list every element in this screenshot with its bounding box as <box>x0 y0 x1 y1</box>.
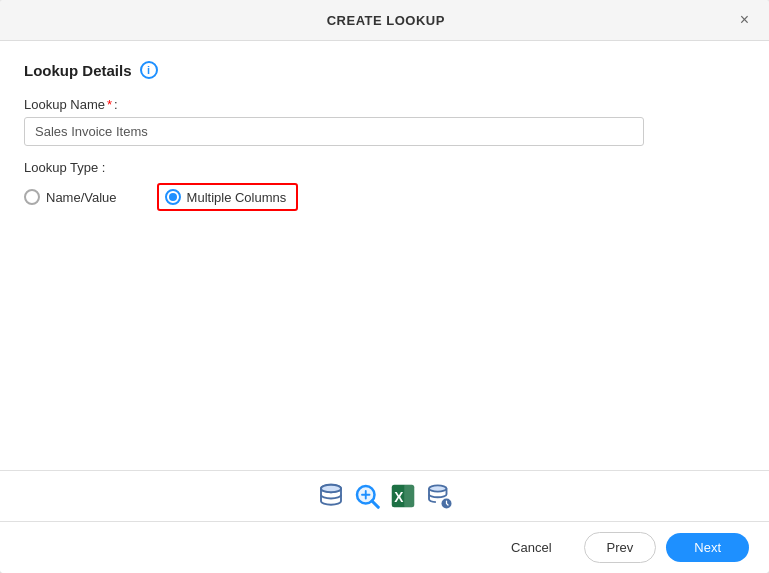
footer-actions-row: Cancel Prev Next <box>0 521 769 573</box>
svg-point-1 <box>321 485 341 493</box>
footer-icons-row: X <box>0 470 769 521</box>
lookup-name-group: Lookup Name * : <box>24 97 745 146</box>
radio-multiple-columns[interactable]: Multiple Columns <box>157 183 299 211</box>
search-zoom-icon[interactable] <box>352 481 382 511</box>
dialog-title: CREATE LOOKUP <box>36 13 736 28</box>
dialog-body: Lookup Details i Lookup Name * : Lookup … <box>0 41 769 470</box>
info-icon[interactable]: i <box>140 61 158 79</box>
excel-icon[interactable]: X <box>388 481 418 511</box>
lookup-type-group: Lookup Type : Name/Value Multiple Column… <box>24 160 745 211</box>
radio-name-value[interactable]: Name/Value <box>24 189 117 205</box>
lookup-name-input[interactable] <box>24 117 644 146</box>
section-title-text: Lookup Details <box>24 62 132 79</box>
section-title: Lookup Details i <box>24 61 745 79</box>
svg-text:X: X <box>394 490 404 505</box>
radio-label-multiple-columns: Multiple Columns <box>187 190 287 205</box>
database-icon[interactable] <box>316 481 346 511</box>
lookup-type-label: Lookup Type : <box>24 160 745 175</box>
radio-options: Name/Value Multiple Columns <box>24 183 745 211</box>
svg-rect-8 <box>404 485 414 508</box>
database-settings-icon[interactable] <box>424 481 454 511</box>
required-star: * <box>107 97 112 112</box>
radio-label-name-value: Name/Value <box>46 190 117 205</box>
prev-button[interactable]: Prev <box>584 532 657 563</box>
dialog-header: CREATE LOOKUP × <box>0 0 769 41</box>
close-button[interactable]: × <box>736 10 753 30</box>
create-lookup-dialog: CREATE LOOKUP × Lookup Details i Lookup … <box>0 0 769 573</box>
radio-circle-name-value <box>24 189 40 205</box>
svg-point-9 <box>429 485 447 491</box>
radio-circle-multiple-columns <box>165 189 181 205</box>
svg-line-3 <box>372 501 378 507</box>
cancel-button[interactable]: Cancel <box>489 533 573 562</box>
next-button[interactable]: Next <box>666 533 749 562</box>
lookup-name-label: Lookup Name * : <box>24 97 745 112</box>
